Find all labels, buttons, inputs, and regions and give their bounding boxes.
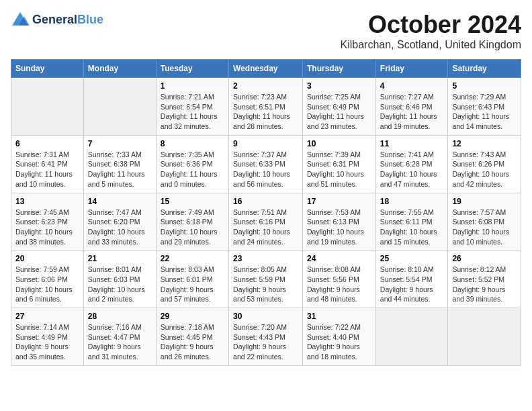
logo-text: GeneralBlue <box>32 13 103 27</box>
col-header-thursday: Thursday <box>303 60 376 78</box>
day-number: 28 <box>88 312 152 321</box>
col-header-wednesday: Wednesday <box>229 60 303 78</box>
day-number: 23 <box>233 254 298 263</box>
day-detail: Sunrise: 7:57 AM Sunset: 6:08 PM Dayligh… <box>452 208 517 247</box>
day-number: 26 <box>452 254 517 263</box>
calendar-cell: 29Sunrise: 7:18 AM Sunset: 4:45 PM Dayli… <box>156 308 228 366</box>
day-number: 30 <box>233 312 298 321</box>
calendar-cell: 7Sunrise: 7:33 AM Sunset: 6:38 PM Daylig… <box>83 135 156 193</box>
day-detail: Sunrise: 7:43 AM Sunset: 6:26 PM Dayligh… <box>452 150 517 189</box>
day-number: 17 <box>307 197 371 206</box>
day-number: 20 <box>15 254 79 263</box>
day-number: 24 <box>307 254 371 263</box>
calendar-cell <box>375 308 448 366</box>
calendar-cell: 22Sunrise: 8:03 AM Sunset: 6:01 PM Dayli… <box>156 250 228 308</box>
day-detail: Sunrise: 8:12 AM Sunset: 5:52 PM Dayligh… <box>452 265 517 304</box>
day-number: 3 <box>307 81 371 91</box>
day-number: 2 <box>233 81 298 91</box>
day-detail: Sunrise: 7:51 AM Sunset: 6:16 PM Dayligh… <box>233 208 298 247</box>
calendar-cell: 4Sunrise: 7:27 AM Sunset: 6:46 PM Daylig… <box>375 78 448 136</box>
day-number: 12 <box>452 139 517 148</box>
day-number: 25 <box>380 254 444 263</box>
calendar-cell: 28Sunrise: 7:16 AM Sunset: 4:47 PM Dayli… <box>83 308 156 366</box>
day-detail: Sunrise: 7:25 AM Sunset: 6:49 PM Dayligh… <box>307 92 371 132</box>
day-number: 5 <box>452 81 517 91</box>
col-header-saturday: Saturday <box>448 60 521 78</box>
day-number: 13 <box>15 197 79 206</box>
calendar-cell: 8Sunrise: 7:35 AM Sunset: 6:36 PM Daylig… <box>156 135 228 193</box>
calendar-cell: 31Sunrise: 7:22 AM Sunset: 4:40 PM Dayli… <box>303 308 376 366</box>
calendar-cell: 11Sunrise: 7:41 AM Sunset: 6:28 PM Dayli… <box>375 135 448 193</box>
day-number: 1 <box>161 81 224 91</box>
day-detail: Sunrise: 7:33 AM Sunset: 6:38 PM Dayligh… <box>88 150 152 189</box>
day-detail: Sunrise: 7:20 AM Sunset: 4:43 PM Dayligh… <box>233 322 298 362</box>
calendar-cell: 19Sunrise: 7:57 AM Sunset: 6:08 PM Dayli… <box>448 193 521 250</box>
calendar-cell: 14Sunrise: 7:47 AM Sunset: 6:20 PM Dayli… <box>83 193 156 250</box>
day-detail: Sunrise: 7:29 AM Sunset: 6:43 PM Dayligh… <box>452 92 517 132</box>
location-title: Kilbarchan, Scotland, United Kingdom <box>341 39 522 51</box>
day-detail: Sunrise: 7:22 AM Sunset: 4:40 PM Dayligh… <box>307 322 371 362</box>
calendar-cell: 18Sunrise: 7:55 AM Sunset: 6:11 PM Dayli… <box>375 193 448 250</box>
calendar-cell: 6Sunrise: 7:31 AM Sunset: 6:41 PM Daylig… <box>11 135 84 193</box>
calendar-cell: 27Sunrise: 7:14 AM Sunset: 4:49 PM Dayli… <box>11 308 84 366</box>
day-detail: Sunrise: 7:55 AM Sunset: 6:11 PM Dayligh… <box>380 208 444 247</box>
calendar-cell: 3Sunrise: 7:25 AM Sunset: 6:49 PM Daylig… <box>303 78 376 136</box>
calendar-cell: 24Sunrise: 8:08 AM Sunset: 5:56 PM Dayli… <box>303 250 376 308</box>
day-detail: Sunrise: 7:35 AM Sunset: 6:36 PM Dayligh… <box>161 150 224 189</box>
calendar-cell: 15Sunrise: 7:49 AM Sunset: 6:18 PM Dayli… <box>156 193 228 250</box>
day-detail: Sunrise: 7:16 AM Sunset: 4:47 PM Dayligh… <box>88 322 152 362</box>
day-detail: Sunrise: 7:23 AM Sunset: 6:51 PM Dayligh… <box>233 92 298 132</box>
calendar-cell: 5Sunrise: 7:29 AM Sunset: 6:43 PM Daylig… <box>448 78 521 136</box>
day-number: 14 <box>88 197 152 206</box>
day-detail: Sunrise: 7:45 AM Sunset: 6:23 PM Dayligh… <box>15 208 79 247</box>
day-number: 10 <box>307 139 371 148</box>
calendar-cell <box>448 308 521 366</box>
day-number: 21 <box>88 254 152 263</box>
day-detail: Sunrise: 7:37 AM Sunset: 6:33 PM Dayligh… <box>233 150 298 189</box>
day-detail: Sunrise: 7:31 AM Sunset: 6:41 PM Dayligh… <box>15 150 79 189</box>
day-detail: Sunrise: 7:47 AM Sunset: 6:20 PM Dayligh… <box>88 208 152 247</box>
calendar-cell: 26Sunrise: 8:12 AM Sunset: 5:52 PM Dayli… <box>448 250 521 308</box>
day-detail: Sunrise: 7:21 AM Sunset: 6:54 PM Dayligh… <box>161 92 224 132</box>
day-number: 29 <box>161 312 224 321</box>
calendar-cell <box>83 78 156 136</box>
calendar-table: SundayMondayTuesdayWednesdayThursdayFrid… <box>11 59 521 366</box>
day-number: 16 <box>233 197 298 206</box>
calendar-cell: 10Sunrise: 7:39 AM Sunset: 6:31 PM Dayli… <box>303 135 376 193</box>
day-number: 15 <box>161 197 224 206</box>
calendar-cell: 12Sunrise: 7:43 AM Sunset: 6:26 PM Dayli… <box>448 135 521 193</box>
calendar-cell: 21Sunrise: 8:01 AM Sunset: 6:03 PM Dayli… <box>83 250 156 308</box>
day-detail: Sunrise: 7:27 AM Sunset: 6:46 PM Dayligh… <box>380 92 444 132</box>
col-header-tuesday: Tuesday <box>156 60 228 78</box>
day-number: 22 <box>161 254 224 263</box>
day-detail: Sunrise: 7:49 AM Sunset: 6:18 PM Dayligh… <box>161 208 224 247</box>
day-number: 9 <box>233 139 298 148</box>
calendar-cell: 17Sunrise: 7:53 AM Sunset: 6:13 PM Dayli… <box>303 193 376 250</box>
calendar-cell: 1Sunrise: 7:21 AM Sunset: 6:54 PM Daylig… <box>156 78 228 136</box>
day-detail: Sunrise: 7:59 AM Sunset: 6:06 PM Dayligh… <box>15 265 79 304</box>
day-detail: Sunrise: 8:05 AM Sunset: 5:59 PM Dayligh… <box>233 265 298 304</box>
day-detail: Sunrise: 8:08 AM Sunset: 5:56 PM Dayligh… <box>307 265 371 304</box>
col-header-friday: Friday <box>375 60 448 78</box>
calendar-cell <box>11 78 84 136</box>
calendar-cell: 25Sunrise: 8:10 AM Sunset: 5:54 PM Dayli… <box>375 250 448 308</box>
day-number: 7 <box>88 139 152 148</box>
col-header-sunday: Sunday <box>11 60 84 78</box>
calendar-cell: 23Sunrise: 8:05 AM Sunset: 5:59 PM Dayli… <box>229 250 303 308</box>
day-number: 6 <box>15 139 79 148</box>
day-number: 18 <box>380 197 444 206</box>
day-detail: Sunrise: 8:10 AM Sunset: 5:54 PM Dayligh… <box>380 265 444 304</box>
day-number: 19 <box>452 197 517 206</box>
calendar-cell: 20Sunrise: 7:59 AM Sunset: 6:06 PM Dayli… <box>11 250 84 308</box>
title-block: October 2024 Kilbarchan, Scotland, Unite… <box>341 11 522 51</box>
logo-icon <box>11 11 30 30</box>
calendar-cell: 30Sunrise: 7:20 AM Sunset: 4:43 PM Dayli… <box>229 308 303 366</box>
day-number: 11 <box>380 139 444 148</box>
day-detail: Sunrise: 8:01 AM Sunset: 6:03 PM Dayligh… <box>88 265 152 304</box>
day-detail: Sunrise: 7:39 AM Sunset: 6:31 PM Dayligh… <box>307 150 371 189</box>
day-number: 8 <box>161 139 224 148</box>
day-number: 4 <box>380 81 444 91</box>
col-header-monday: Monday <box>83 60 156 78</box>
calendar-cell: 9Sunrise: 7:37 AM Sunset: 6:33 PM Daylig… <box>229 135 303 193</box>
calendar-cell: 16Sunrise: 7:51 AM Sunset: 6:16 PM Dayli… <box>229 193 303 250</box>
